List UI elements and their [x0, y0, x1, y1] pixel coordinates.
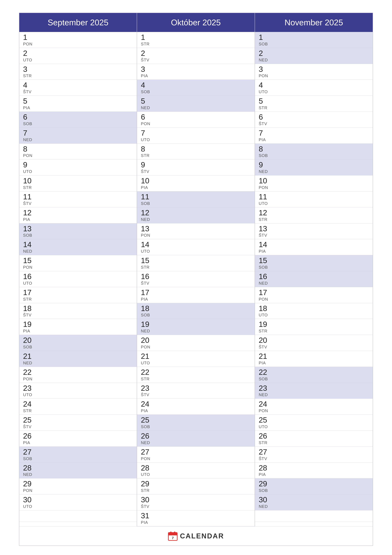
day-number: 10	[259, 177, 369, 185]
day-number: 3	[259, 65, 369, 73]
day-name: PON	[23, 265, 133, 270]
day-row: 25SOB	[137, 415, 255, 431]
day-row: 7UTO	[137, 128, 255, 144]
day-row: 15STR	[137, 255, 255, 271]
day-number: 2	[259, 49, 369, 58]
day-name: PON	[23, 488, 133, 493]
day-name: STR	[141, 42, 251, 46]
day-number: 23	[259, 384, 369, 393]
day-row: 29SOB	[255, 478, 373, 494]
day-row: 17PIA	[137, 287, 255, 303]
day-name: PON	[141, 233, 251, 238]
day-name: SOB	[23, 121, 133, 126]
day-row: 9NED	[255, 160, 373, 175]
day-row: 4ŠTV	[19, 80, 137, 96]
empty-day	[19, 510, 137, 522]
day-number: 27	[259, 448, 369, 456]
day-name: SOB	[141, 313, 251, 318]
day-number: 9	[23, 161, 133, 169]
day-number: 5	[259, 97, 369, 105]
day-name: PON	[141, 345, 251, 350]
day-name: ŠTV	[259, 345, 369, 350]
day-number: 4	[259, 81, 369, 89]
day-row: 6ŠTV	[255, 112, 373, 128]
day-row: 4SOB	[137, 80, 255, 96]
day-number: 22	[141, 368, 251, 377]
day-row: 16ŠTV	[137, 271, 255, 287]
day-name: PIA	[259, 249, 369, 254]
day-number: 21	[23, 352, 133, 361]
day-name: PIA	[259, 361, 369, 365]
day-row: 24STR	[19, 399, 137, 415]
day-name: UTO	[23, 169, 133, 174]
day-name: PIA	[23, 217, 133, 222]
day-name: NED	[23, 137, 133, 142]
day-row: 17PON	[255, 287, 373, 303]
day-row: 2ŠTV	[137, 48, 255, 64]
day-name: SOB	[141, 424, 251, 429]
day-name: PON	[141, 121, 251, 126]
day-row: 14PIA	[255, 239, 373, 255]
svg-rect-1	[168, 533, 177, 535]
day-name: UTO	[23, 58, 133, 63]
footer-logo: 7 CALENDAR	[168, 531, 224, 541]
day-name: PON	[23, 153, 133, 158]
day-row: 20ŠTV	[255, 335, 373, 351]
day-number: 26	[23, 432, 133, 440]
day-row: 26NED	[137, 431, 255, 447]
day-name: NED	[23, 249, 133, 254]
day-row: 15SOB	[255, 255, 373, 271]
day-number: 10	[23, 177, 133, 185]
footer-label: CALENDAR	[180, 532, 224, 540]
day-number: 22	[23, 368, 133, 377]
day-row: 23NED	[255, 383, 373, 399]
day-row: 1STR	[137, 32, 255, 48]
day-row: 10PON	[255, 175, 373, 191]
day-name: SOB	[259, 153, 369, 158]
day-name: NED	[259, 58, 369, 63]
day-row: 6PON	[137, 112, 255, 128]
day-name: SOB	[23, 456, 133, 461]
day-row: 12STR	[255, 207, 373, 223]
day-row: 5PIA	[19, 96, 137, 112]
day-name: PON	[259, 408, 369, 413]
day-name: STR	[259, 217, 369, 222]
day-number: 7	[141, 129, 251, 137]
day-number: 1	[259, 33, 369, 42]
day-name: SOB	[141, 89, 251, 94]
day-number: 2	[23, 49, 133, 58]
day-name: PON	[23, 377, 133, 381]
day-name: ŠTV	[23, 313, 133, 318]
day-number: 25	[259, 416, 369, 424]
day-name: NED	[259, 392, 369, 397]
day-name: SOB	[259, 377, 369, 381]
day-row: 13ŠTV	[255, 223, 373, 239]
day-row: 27SOB	[19, 447, 137, 463]
day-number: 12	[141, 209, 251, 217]
day-number: 1	[141, 33, 251, 42]
day-number: 24	[23, 400, 133, 408]
day-name: NED	[23, 361, 133, 365]
day-number: 21	[259, 352, 369, 361]
month-header-1: Október 2025	[137, 13, 255, 32]
day-row: 2UTO	[19, 48, 137, 64]
month-column-1: 1STR2ŠTV3PIA4SOB5NED6PON7UTO8STR9ŠTV10PI…	[137, 32, 255, 526]
days-container: 1PON2UTO3STR4ŠTV5PIA6SOB7NED8PON9UTO10ST…	[19, 32, 373, 526]
day-number: 11	[259, 193, 369, 201]
day-name: ŠTV	[141, 281, 251, 286]
day-name: NED	[259, 281, 369, 286]
day-name: PON	[141, 456, 251, 461]
day-name: ŠTV	[141, 169, 251, 174]
day-number: 16	[23, 272, 133, 281]
day-number: 28	[23, 464, 133, 472]
day-name: PON	[259, 73, 369, 78]
day-row: 26PIA	[19, 431, 137, 447]
day-number: 12	[23, 209, 133, 217]
day-number: 19	[23, 320, 133, 329]
day-number: 6	[23, 113, 133, 121]
day-number: 4	[23, 81, 133, 89]
day-row: 28NED	[19, 463, 137, 479]
day-row: 25ŠTV	[19, 415, 137, 431]
day-number: 30	[23, 496, 133, 504]
day-row: 2NED	[255, 48, 373, 64]
